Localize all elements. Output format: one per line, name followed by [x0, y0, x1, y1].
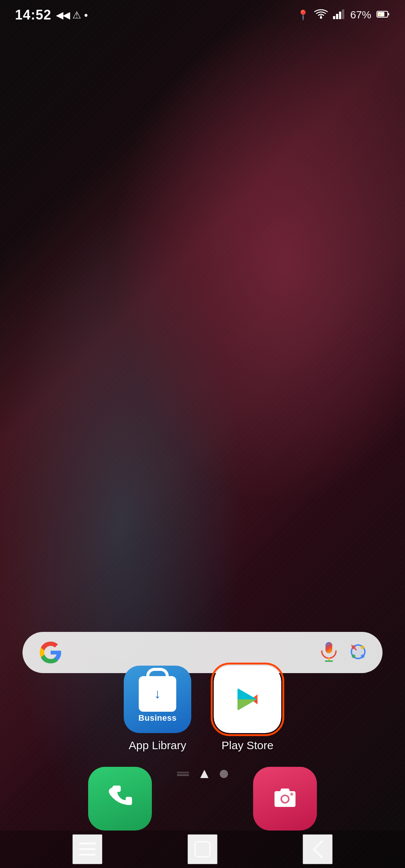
svg-point-13 [352, 645, 356, 649]
app-item-play-store[interactable]: Play Store [214, 666, 281, 752]
svg-point-21 [290, 793, 293, 796]
biz-bag-shape: ↓ [139, 676, 176, 712]
svg-point-0 [320, 16, 322, 19]
back-arrows-icon: ◀◀ [56, 9, 69, 21]
lens-icon[interactable] [349, 642, 368, 663]
svg-rect-4 [342, 9, 344, 19]
svg-rect-6 [388, 13, 389, 15]
search-right-icons [320, 641, 368, 664]
dock-camera-icon[interactable] [253, 767, 317, 831]
svg-point-16 [361, 654, 364, 658]
location-icon: 📍 [297, 9, 309, 21]
status-bar: 14:52 ◀◀ ⚠ ● 📍 [0, 0, 405, 30]
business-app-library-icon: ↓ Business [124, 666, 191, 733]
play-store-icon [214, 666, 281, 733]
google-logo [38, 639, 64, 666]
back-button[interactable] [303, 834, 333, 864]
dock-phone-icon[interactable] [88, 767, 152, 831]
battery-percentage: 67% [350, 9, 371, 21]
status-time: 14:52 [15, 7, 51, 23]
app-label-business-library: App Library [129, 739, 186, 752]
status-right: 📍 67% [297, 9, 390, 22]
biz-down-arrow-icon: ↓ [154, 687, 161, 700]
app-row: ↓ Business App Library [0, 666, 405, 752]
svg-rect-25 [195, 842, 210, 857]
home-button[interactable] [188, 834, 218, 864]
svg-point-15 [352, 654, 356, 658]
svg-point-20 [282, 796, 288, 802]
app-label-play-store: Play Store [222, 739, 273, 752]
mic-icon[interactable] [320, 641, 338, 664]
svg-rect-10 [326, 642, 332, 653]
svg-rect-24 [79, 854, 96, 856]
notification-dot-icon: ● [84, 11, 88, 19]
business-app-library-icon-wrapper: ↓ Business [124, 666, 191, 733]
biz-label-text: Business [138, 713, 177, 723]
svg-point-14 [361, 645, 364, 649]
battery-icon: ⚡ [376, 9, 390, 21]
dock [0, 767, 405, 831]
svg-rect-1 [333, 16, 335, 19]
svg-text:⚡: ⚡ [378, 13, 382, 16]
svg-rect-3 [339, 12, 341, 19]
svg-rect-2 [336, 14, 338, 19]
wifi-icon [314, 9, 328, 22]
svg-rect-22 [79, 843, 96, 844]
app-item-business-library[interactable]: ↓ Business App Library [124, 666, 191, 752]
status-left: 14:52 ◀◀ ⚠ ● [15, 7, 88, 23]
play-store-icon-wrapper [214, 666, 281, 733]
status-icons-left: ◀◀ ⚠ ● [56, 9, 88, 21]
signal-icon [333, 9, 345, 22]
nav-bar [0, 831, 405, 868]
recent-apps-button[interactable] [72, 834, 102, 864]
svg-rect-23 [79, 848, 96, 850]
warning-icon: ⚠ [72, 9, 81, 21]
